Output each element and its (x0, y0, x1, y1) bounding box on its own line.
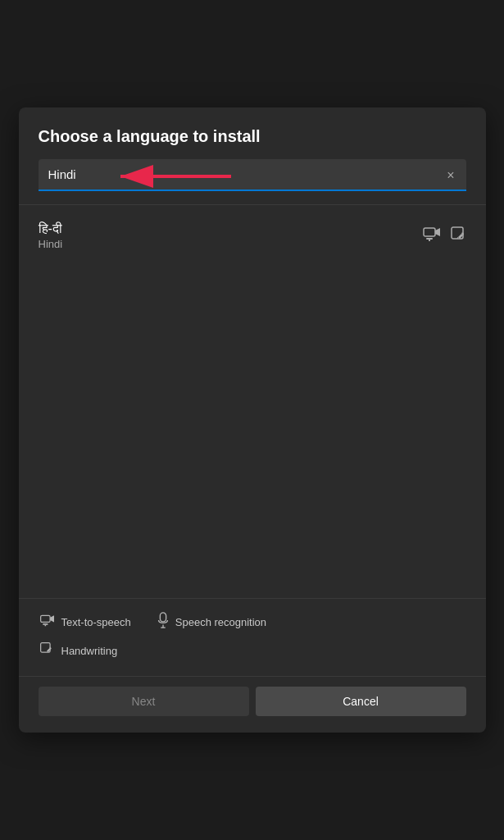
search-container: × (39, 159, 466, 191)
handwriting-icon (39, 641, 55, 660)
handwriting-feature-label: Handwriting (61, 645, 118, 657)
language-item-hindi[interactable]: हि-दी Hindi (19, 212, 486, 260)
svg-marker-3 (435, 228, 440, 236)
svg-rect-10 (43, 623, 48, 625)
overlay-background: Choose a language to install × (0, 0, 504, 840)
search-results: हि-दी Hindi (19, 204, 486, 598)
dialog-footer: Next Cancel (19, 676, 486, 733)
svg-rect-12 (160, 613, 166, 622)
svg-rect-5 (429, 240, 430, 241)
feature-legend: Text-to-speech Speech recognition (19, 598, 486, 676)
cancel-button[interactable]: Cancel (256, 687, 466, 716)
dialog-header: Choose a language to install × (19, 107, 486, 204)
text-to-speech-icon (422, 225, 440, 247)
svg-rect-8 (40, 615, 49, 622)
features-row-2: Handwriting (39, 641, 466, 660)
language-info: हि-दी Hindi (39, 221, 422, 250)
clear-search-button[interactable]: × (443, 165, 457, 186)
language-capability-icons (422, 225, 466, 247)
features-row-1: Text-to-speech Speech recognition (39, 612, 466, 632)
svg-marker-9 (50, 615, 54, 622)
svg-rect-11 (44, 625, 46, 627)
feature-handwriting: Handwriting (39, 641, 118, 660)
feature-speech: Speech recognition (157, 612, 266, 632)
language-native-name: हि-दी (39, 221, 422, 236)
language-english-name: Hindi (39, 238, 422, 250)
feature-tts: Text-to-speech (39, 612, 131, 632)
speech-feature-label: Speech recognition (175, 616, 266, 628)
search-input[interactable] (39, 159, 466, 191)
svg-rect-2 (424, 228, 435, 236)
tts-feature-icon (39, 613, 55, 631)
dialog-title: Choose a language to install (39, 127, 466, 146)
tts-feature-label: Text-to-speech (61, 616, 131, 628)
microphone-icon (157, 612, 169, 632)
language-install-dialog: Choose a language to install × (19, 107, 486, 733)
svg-rect-4 (426, 238, 433, 240)
next-button[interactable]: Next (39, 687, 249, 716)
edit-icon (450, 226, 466, 246)
